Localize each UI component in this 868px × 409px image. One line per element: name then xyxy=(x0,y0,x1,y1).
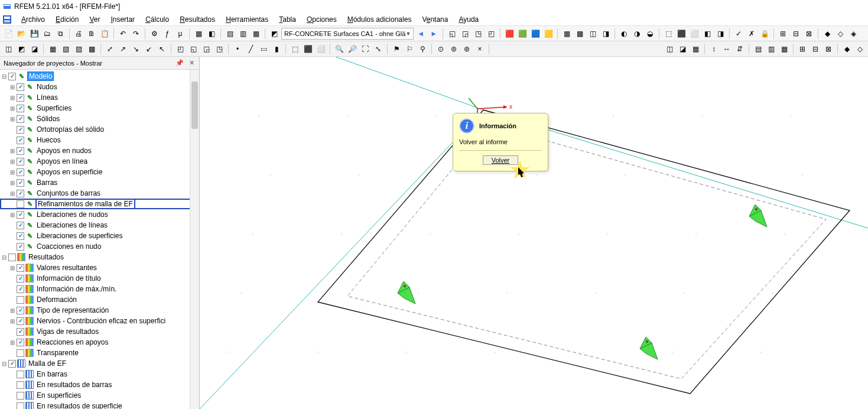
tb2-l-icon[interactable]: ↖ xyxy=(156,43,168,55)
checkbox[interactable] xyxy=(17,158,24,165)
tb-check-icon[interactable]: ✓ xyxy=(733,28,745,40)
tb-mesh-b-icon[interactable]: ▩ xyxy=(574,28,586,40)
expand-toggle-icon[interactable]: ⊟ xyxy=(0,254,8,261)
tb-grid-a-icon[interactable]: ⊞ xyxy=(777,28,789,40)
tb2-line-icon[interactable]: ╱ xyxy=(245,43,256,55)
checkbox[interactable] xyxy=(17,371,24,378)
tb2-zoom-d-icon[interactable]: ⤡ xyxy=(372,43,384,55)
expand-toggle-icon[interactable]: ⊞ xyxy=(8,307,17,314)
tree-node[interactable]: ✎Liberaciones de líneas xyxy=(0,220,199,231)
expand-toggle-icon[interactable]: ⊞ xyxy=(8,212,17,218)
tree-node[interactable]: En resultados de superficie xyxy=(0,401,199,409)
tb-view-c-icon[interactable]: ◒ xyxy=(644,28,656,40)
tree-node[interactable]: ✎Huecos xyxy=(0,135,199,145)
tb-calc-icon[interactable]: ⚙ xyxy=(148,28,160,40)
checkbox[interactable] xyxy=(8,73,16,80)
tb-generate-icon[interactable]: ▦ xyxy=(193,28,204,40)
tb2-snap-b-icon[interactable]: ⊚ xyxy=(448,43,460,55)
tree-node[interactable]: ⊞✎Líneas xyxy=(0,92,199,103)
tree-node[interactable]: ⊞Nervios - Contribución eficaz en superf… xyxy=(0,316,199,326)
tb2-zoom-b-icon[interactable]: 🔎 xyxy=(346,43,358,55)
tb-extra-a-icon[interactable]: ⬚ xyxy=(662,28,674,40)
tb-window3-icon[interactable]: ▦ xyxy=(250,28,262,40)
tb-color-d-icon[interactable]: 🟨 xyxy=(542,28,554,40)
tree-node[interactable]: Información de máx./mín. xyxy=(0,284,199,294)
tree-node[interactable]: En resultados de barras xyxy=(0,379,199,390)
tree-node[interactable]: ✎Refinamientos de malla de EF xyxy=(0,199,199,209)
expand-toggle-icon[interactable]: ⊟ xyxy=(0,73,8,80)
checkbox[interactable] xyxy=(17,94,24,102)
tb2-j-icon[interactable]: ↘ xyxy=(130,43,142,55)
tb2-solid-icon[interactable]: ▮ xyxy=(271,43,282,55)
tb2-cube-d-icon[interactable]: ◳ xyxy=(213,43,225,55)
pin-icon[interactable]: 📌 xyxy=(175,59,184,67)
tb-model-icon[interactable]: ◧ xyxy=(206,28,217,40)
tb-params-icon[interactable]: ƒ xyxy=(161,28,173,40)
tb-flag-icon[interactable]: ◩ xyxy=(268,28,280,40)
tree-node[interactable]: ⊞✎Sólidos xyxy=(0,113,199,124)
tb2-a-icon[interactable]: ◫ xyxy=(2,43,14,55)
tree-node[interactable]: Deformación xyxy=(0,294,199,305)
tb2-k-icon[interactable]: ↙ xyxy=(143,43,155,55)
tb-save-icon[interactable]: 💾 xyxy=(28,28,40,40)
checkbox[interactable] xyxy=(8,360,16,368)
menu-resultados[interactable]: Resultados xyxy=(175,14,220,25)
tb2-filter-a-icon[interactable]: ⚑ xyxy=(391,43,402,55)
checkbox[interactable] xyxy=(17,200,24,208)
tb2-i-icon[interactable]: ↗ xyxy=(117,43,129,55)
tree-node[interactable]: En barras xyxy=(0,369,199,379)
tb2-filter-b-icon[interactable]: ⚐ xyxy=(404,43,415,55)
checkbox[interactable] xyxy=(17,285,24,293)
checkbox[interactable] xyxy=(17,232,24,240)
tb2-snap-a-icon[interactable]: ⊙ xyxy=(435,43,447,55)
checkbox[interactable] xyxy=(17,317,24,325)
checkbox[interactable] xyxy=(17,392,24,400)
tb2-right-i-icon[interactable]: ▦ xyxy=(778,43,790,55)
tree-node[interactable]: ⊞Reacciones en apoyos xyxy=(0,337,199,348)
tree-node[interactable]: En superficies xyxy=(0,390,199,401)
menu-ventana[interactable]: Ventana xyxy=(417,14,453,25)
checkbox[interactable] xyxy=(17,168,24,176)
checkbox[interactable] xyxy=(17,381,24,389)
tree-node[interactable]: ⊞✎Liberaciones de nudos xyxy=(0,209,199,220)
menu-calculo[interactable]: Cálculo xyxy=(141,14,174,25)
tb-mesh-d-icon[interactable]: ◨ xyxy=(600,28,612,40)
tb-tool-b-icon[interactable]: ◲ xyxy=(459,28,471,40)
tb-color-b-icon[interactable]: 🟩 xyxy=(516,28,528,40)
tb-view-b-icon[interactable]: ◑ xyxy=(631,28,643,40)
tb-clipboard-icon[interactable]: 📋 xyxy=(99,28,110,40)
tree-node[interactable]: ⊞✎Superficies xyxy=(0,103,199,113)
tb-tool-a-icon[interactable]: ◱ xyxy=(446,28,458,40)
tree-node[interactable]: ✎Ortotropías del sólido xyxy=(0,124,199,135)
tb2-right-e-icon[interactable]: ↔ xyxy=(721,43,733,55)
tb-extra-b-icon[interactable]: ⬛ xyxy=(675,28,687,40)
checkbox[interactable] xyxy=(17,105,24,112)
tb-extra-e-icon[interactable]: ◨ xyxy=(714,28,726,40)
tb2-right-h-icon[interactable]: ▥ xyxy=(765,43,777,55)
tb2-right-d-icon[interactable]: ↕ xyxy=(708,43,720,55)
tb2-zoom-c-icon[interactable]: ⛶ xyxy=(359,43,371,55)
tree-node[interactable]: ✎Liberaciones de superficies xyxy=(0,231,199,241)
checkbox[interactable] xyxy=(17,83,24,91)
tb2-right-j-icon[interactable]: ⊞ xyxy=(797,43,808,55)
menu-tabla[interactable]: Tabla xyxy=(274,14,301,25)
tb-saveall-icon[interactable]: 🗂 xyxy=(41,28,53,40)
tb-misc-a-icon[interactable]: ◆ xyxy=(821,28,833,40)
tb2-f-icon[interactable]: ▨ xyxy=(73,43,84,55)
tb-copy-icon[interactable]: ⧉ xyxy=(54,28,66,40)
expand-toggle-icon[interactable]: ⊞ xyxy=(8,339,17,346)
tb-extra-c-icon[interactable]: ⬜ xyxy=(688,28,700,40)
tb-extra-d-icon[interactable]: ◧ xyxy=(701,28,713,40)
expand-toggle-icon[interactable]: ⊞ xyxy=(8,265,17,271)
checkbox[interactable] xyxy=(17,126,24,134)
menu-insertar[interactable]: Insertar xyxy=(106,14,139,25)
checkbox[interactable] xyxy=(17,339,24,346)
scrollbar[interactable] xyxy=(190,70,199,409)
checkbox[interactable] xyxy=(17,147,24,155)
tree-node[interactable]: ⊞✎Apoyos en nudos xyxy=(0,145,199,156)
viewport-3d[interactable]: x z xyxy=(200,57,868,409)
tb2-right-f-icon[interactable]: ⇵ xyxy=(734,43,746,55)
tb-color-c-icon[interactable]: 🟦 xyxy=(529,28,541,40)
checkbox[interactable] xyxy=(17,115,24,123)
checkbox[interactable] xyxy=(17,275,24,283)
